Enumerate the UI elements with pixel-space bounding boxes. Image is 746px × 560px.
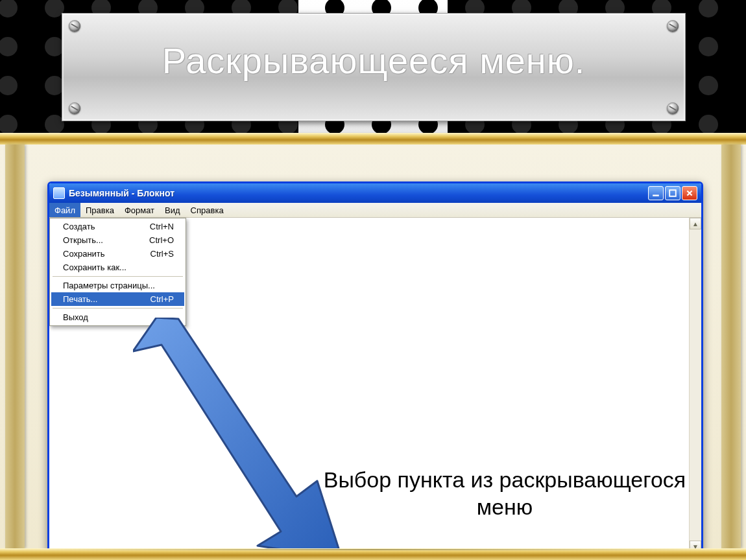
- svg-rect-0: [653, 194, 659, 196]
- menu-bar[interactable]: ФайлПравкаФорматВидСправка: [49, 203, 701, 218]
- menu-item-label: Открыть...: [63, 235, 134, 245]
- menu-item-label: Сохранить: [63, 249, 135, 259]
- menu-файл[interactable]: Файл: [49, 203, 80, 217]
- minimize-button[interactable]: [648, 186, 664, 200]
- menu-формат[interactable]: Формат: [119, 203, 160, 217]
- vertical-scrollbar[interactable]: ▲ ▼: [689, 218, 701, 552]
- title-plaque: Раскрывающееся меню.: [62, 13, 686, 121]
- top-band: Раскрывающееся меню.: [0, 0, 746, 133]
- file-menu-dropdown[interactable]: СоздатьCtrl+NОткрыть...Ctrl+OСохранитьCt…: [49, 218, 186, 326]
- menu-item[interactable]: Выход: [51, 310, 184, 324]
- menu-item-label: Выход: [63, 312, 174, 322]
- scroll-up-button[interactable]: ▲: [690, 218, 701, 229]
- menu-item[interactable]: Параметры страницы...: [51, 279, 184, 292]
- gold-column: [721, 145, 741, 548]
- menu-item-shortcut: Ctrl+O: [149, 235, 174, 245]
- annotation-caption: Выбор пункта из раскрывающегося меню: [323, 467, 686, 521]
- slide-title: Раскрывающееся меню.: [62, 40, 685, 82]
- title-bar[interactable]: Безымянный - Блокнот: [49, 183, 701, 203]
- screw-icon: [667, 20, 679, 32]
- menu-item[interactable]: Сохранить как...: [51, 261, 184, 274]
- gold-bar: [0, 133, 746, 145]
- menu-правка[interactable]: Правка: [80, 203, 119, 217]
- menu-separator: [53, 276, 183, 277]
- close-button[interactable]: [682, 186, 697, 200]
- screw-icon: [69, 102, 80, 114]
- menu-item[interactable]: СохранитьCtrl+S: [51, 247, 184, 261]
- menu-item-label: Создать: [63, 222, 134, 231]
- slide-stage: Раскрывающееся меню. Безымянный - Блокно…: [0, 0, 746, 560]
- menu-item-label: Сохранить как...: [63, 262, 174, 272]
- maximize-button[interactable]: [665, 186, 680, 200]
- menu-item-shortcut: Ctrl+P: [150, 294, 174, 304]
- menu-item[interactable]: Открыть...Ctrl+O: [51, 233, 184, 247]
- screw-icon: [69, 20, 80, 32]
- menu-item[interactable]: Печать...Ctrl+P: [51, 292, 184, 306]
- gold-column: [5, 145, 25, 548]
- svg-rect-1: [669, 190, 676, 196]
- menu-separator: [53, 308, 183, 309]
- menu-item-shortcut: Ctrl+N: [150, 222, 174, 231]
- menu-item-label: Параметры страницы...: [63, 281, 174, 290]
- menu-справка[interactable]: Справка: [186, 203, 229, 217]
- window-title: Безымянный - Блокнот: [69, 188, 648, 198]
- menu-item[interactable]: СоздатьCtrl+N: [51, 220, 184, 233]
- menu-вид[interactable]: Вид: [160, 203, 186, 217]
- menu-item-label: Печать...: [63, 294, 135, 304]
- notepad-icon: [53, 187, 65, 199]
- screw-icon: [667, 102, 679, 114]
- divider: [40, 549, 706, 550]
- menu-item-shortcut: Ctrl+S: [150, 249, 174, 259]
